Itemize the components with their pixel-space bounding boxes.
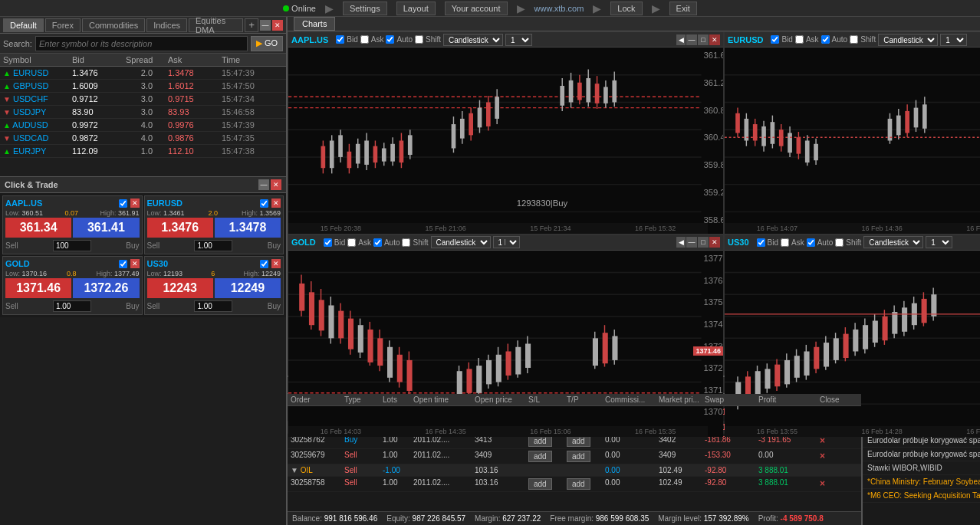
ct-close[interactable]: ✕ (271, 179, 281, 190)
ct-us30-close[interactable]: ✕ (271, 259, 281, 268)
chart-eurusd-auto-check[interactable] (821, 35, 830, 44)
ct-eurusd-buy[interactable]: 1.3478 (215, 218, 281, 238)
chart-aapl-ask-check[interactable] (360, 35, 369, 44)
search-label: Search: (3, 39, 32, 48)
ct-eurusd-check[interactable] (260, 199, 268, 208)
ct-gold-close[interactable]: ✕ (130, 259, 140, 268)
chart-gold-tf[interactable]: 1 M5 M1 H (493, 236, 520, 248)
ct-aapl-amount[interactable] (53, 240, 91, 251)
pos-tp-btn-2[interactable]: add (567, 435, 590, 447)
exit-button[interactable]: Exit (669, 2, 697, 15)
wl-row-eurusd[interactable]: ▲ EURUSD 1.34762.0 1.347815:47:39 (0, 67, 286, 80)
news-row-7[interactable]: *M6 CEO: Seeking Acquisition Targets In … (863, 489, 980, 503)
charts-header: Charts — □ ✕ (288, 17, 980, 31)
chart-aapl-close[interactable]: ✕ (709, 34, 720, 45)
layout-button[interactable]: Layout (396, 2, 436, 15)
pos-tp-btn-3[interactable]: add (567, 451, 590, 462)
close-button[interactable]: ✕ (272, 20, 283, 31)
chart-us30-ask-check[interactable] (781, 238, 789, 247)
ct-us30-check[interactable] (260, 260, 268, 268)
chart-gold-maximize[interactable]: □ (698, 237, 709, 248)
go-button[interactable]: ▶ GO (251, 36, 283, 51)
url-label: www.xtb.com (534, 4, 584, 13)
ct-gold-sell[interactable]: 1371.46 (5, 278, 71, 298)
ct-eurusd-sell[interactable]: 1.3476 (147, 218, 213, 238)
chart-eurusd-bid-check[interactable] (771, 35, 779, 44)
ct-grid: AAPL.US ✕ Low: 360.51 0.07 High: 361.91 … (0, 193, 286, 317)
chart-gold-ask-check[interactable] (347, 238, 356, 247)
chart-gold-scroll-left[interactable]: ◀ (676, 237, 686, 248)
chart-us30-type[interactable]: CandlestickLineBar (863, 236, 923, 248)
news-row-6[interactable]: *China Ministry: February Soybean Import… (863, 475, 980, 489)
ct-aapl-sell[interactable]: 361.34 (5, 218, 71, 238)
ct-eurusd-close[interactable]: ✕ (271, 199, 281, 208)
svg-rect-199 (755, 371, 761, 395)
tab-default[interactable]: Default (3, 18, 44, 32)
chart-eurusd-tf[interactable]: 1 M5 M1 H (940, 34, 967, 46)
wl-row-audusd[interactable]: ▲ AUDUSD 0.99724.0 0.997615:47:39 (0, 119, 286, 132)
chart-gold-auto-check[interactable] (373, 238, 382, 247)
chart-eurusd-type[interactable]: CandlestickLineBar (878, 34, 938, 46)
chart-eurusd-ask-check[interactable] (795, 35, 804, 44)
tab-commodities[interactable]: Commodities (82, 18, 145, 32)
pos-tp-btn-4[interactable]: add (567, 478, 590, 490)
charts-tab[interactable]: Charts (294, 17, 335, 31)
ct-gold-amount[interactable] (53, 300, 91, 312)
chart-gold-shift-check[interactable] (402, 238, 410, 247)
chart-aapl-bid-check[interactable] (336, 35, 344, 44)
your-account-button[interactable]: Your account (445, 2, 508, 15)
chart-gold-type[interactable]: CandlestickLineBar (431, 236, 491, 248)
chart-aapl-minimize[interactable]: — (686, 34, 697, 45)
wl-row-eurjpy[interactable]: ▲ EURJPY 112.091.0 112.1015:47:38 (0, 145, 286, 158)
lock-button[interactable]: Lock (610, 2, 642, 15)
ct-us30-amount[interactable] (194, 300, 232, 312)
ct-gold-check[interactable] (119, 260, 127, 268)
news-row-4[interactable]: Eurodolar próbuje korygować spadki 16.02… (863, 448, 980, 461)
chart-gold-bid-check[interactable] (324, 238, 332, 247)
wl-row-usdjpy[interactable]: ▼ USDJPY 83.903.0 83.9315:46:58 (0, 106, 286, 119)
ct-minimize[interactable]: — (258, 179, 269, 190)
chart-us30-tf[interactable]: 1 M5 M1 H (926, 236, 952, 248)
ct-aapl-buy[interactable]: 361.41 (73, 218, 139, 238)
chart-gold-svg: 1377.00 1376.00 1375.00 1374.00 1373.00 … (288, 251, 723, 437)
pos-close-btn-3[interactable]: × (820, 451, 825, 461)
chart-aapl-shift-check[interactable] (415, 35, 423, 44)
charts-area: AAPL.US Bid Ask Auto Shift CandlestickLi (288, 31, 980, 438)
chart-us30-bid-check[interactable] (757, 238, 765, 247)
ct-gold-buy[interactable]: 1372.26 (73, 278, 139, 298)
ct-aapl-close[interactable]: ✕ (130, 199, 140, 208)
wl-row-gbpusd[interactable]: ▲ GBPUSD 1.60093.0 1.601215:47:50 (0, 80, 286, 93)
wl-row-usdchf[interactable]: ▼ USDCHF 0.97123.0 0.971515:47:34 (0, 93, 286, 106)
news-row-5[interactable]: Stawki WIBOR,WIBID 16.02 11:15 (863, 461, 980, 475)
ct-us30-sell[interactable]: 12243 (147, 278, 213, 298)
chart-aapl-auto-check[interactable] (386, 35, 394, 44)
chart-aapl-scroll-left[interactable]: ◀ (676, 34, 686, 45)
pos-sl-btn-4[interactable]: add (528, 478, 552, 490)
pos-close-btn-4[interactable]: × (820, 478, 825, 489)
chart-us30-auto-check[interactable] (807, 238, 815, 247)
pos-close-btn-2[interactable]: × (820, 435, 825, 446)
tab-equities[interactable]: Equities DMA (189, 18, 243, 32)
pos-sl-btn-3[interactable]: add (528, 451, 552, 462)
chart-us30-shift-check[interactable] (835, 238, 844, 247)
tab-forex[interactable]: Forex (45, 18, 81, 32)
settings-button[interactable]: Settings (343, 2, 387, 15)
minimize-button[interactable]: — (260, 20, 271, 31)
chart-eurusd-shift-check[interactable] (850, 35, 858, 44)
chart-aapl-type[interactable]: CandlestickLineBar (443, 34, 503, 46)
ct-us30-buy[interactable]: 12249 (215, 278, 281, 298)
ct-eurusd-amount[interactable] (194, 240, 232, 251)
svg-rect-225 (883, 317, 888, 340)
search-bar: Search: ▶ GO (0, 34, 286, 54)
tab-indices[interactable]: Indices (146, 18, 187, 32)
pos-sl-btn-2[interactable]: add (528, 435, 552, 447)
chart-gold-close[interactable]: ✕ (709, 237, 720, 248)
wl-row-usdcad[interactable]: ▼ USDCAD 0.98724.0 0.987615:47:35 (0, 132, 286, 145)
chart-gold-minimize[interactable]: — (686, 237, 697, 248)
add-tab-button[interactable]: + (245, 18, 258, 32)
chart-aapl-tf[interactable]: 1 M5 M1 H (505, 34, 532, 46)
search-input[interactable] (35, 36, 248, 51)
chart-aapl-maximize[interactable]: □ (698, 34, 709, 45)
ct-aapl-check[interactable] (119, 199, 127, 208)
chart-aapl-svg: 1293830|Buy 361.60 361.20 360.80 360.40 … (288, 48, 723, 234)
